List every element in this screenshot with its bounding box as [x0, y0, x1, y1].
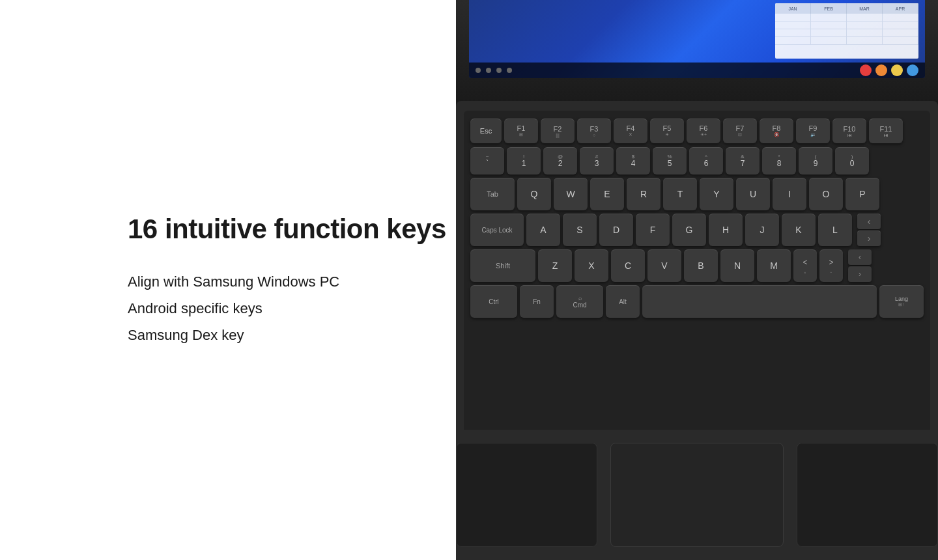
right-panel: JAN FEB MAR APR	[456, 0, 938, 560]
key-q[interactable]: Q	[517, 178, 551, 210]
key-arrow-up[interactable]: ‹	[857, 214, 881, 229]
key-f7[interactable]: F7 ⊡	[723, 119, 757, 143]
cmd-symbol: ⌕	[578, 295, 582, 301]
key-r[interactable]: R	[627, 178, 661, 210]
key-0[interactable]: ) 0	[835, 147, 869, 175]
key-3[interactable]: # 3	[580, 147, 614, 175]
key-d[interactable]: D	[599, 214, 633, 246]
app-icon-orange	[875, 64, 887, 76]
key-f11[interactable]: F11 ⏭	[869, 119, 903, 143]
key-f6[interactable]: F6 ☀+	[687, 119, 720, 143]
key-tilde[interactable]: ~ `	[470, 147, 504, 175]
key-t[interactable]: T	[663, 178, 697, 210]
key-lang[interactable]: Lang ⊞↑	[879, 285, 924, 318]
key-p[interactable]: P	[846, 178, 879, 210]
key-fn-bottom[interactable]: Fn	[520, 285, 554, 318]
key-b[interactable]: B	[684, 249, 718, 282]
key-7[interactable]: & 7	[726, 147, 760, 175]
f6-sub: ☀+	[700, 132, 707, 137]
key-caps-lock[interactable]: Caps Lock	[470, 214, 524, 246]
key-shift[interactable]: Shift	[470, 249, 535, 282]
key-s[interactable]: S	[563, 214, 597, 246]
key-l[interactable]: L	[818, 214, 852, 246]
key-cmd[interactable]: ⌕ Cmd	[556, 285, 603, 318]
f8-sub: 🔇	[774, 132, 780, 137]
spreadsheet-overlay: JAN FEB MAR APR	[775, 3, 918, 59]
spreadsheet-row-4	[775, 37, 918, 45]
key-x[interactable]: X	[575, 249, 608, 282]
qwerty-row: Tab Q W E R T Y U I O P	[470, 178, 924, 210]
key-arrow-left[interactable]: ‹	[848, 249, 872, 265]
taskbar-dot-1	[476, 68, 481, 73]
key-f3[interactable]: F3 ○	[577, 119, 611, 143]
key-g[interactable]: G	[672, 214, 706, 246]
key-comma[interactable]: < ,	[793, 249, 817, 282]
touchpad-right-zone[interactable]	[797, 443, 938, 547]
key-f8[interactable]: F8 🔇	[760, 119, 793, 143]
key-c[interactable]: C	[611, 249, 645, 282]
key-a[interactable]: A	[526, 214, 560, 246]
spreadsheet-row-1	[775, 14, 918, 21]
feature-list: Align with Samsung Windows PC Android sp…	[128, 271, 456, 346]
key-u[interactable]: U	[736, 178, 770, 210]
spreadsheet-row-3	[775, 29, 918, 37]
f2-label: F2	[554, 125, 562, 133]
key-y[interactable]: Y	[700, 178, 733, 210]
key-o[interactable]: O	[809, 178, 843, 210]
bottom-row: Ctrl Fn ⌕ Cmd Alt Lang ⊞↑	[470, 285, 924, 318]
key-k[interactable]: K	[782, 214, 816, 246]
key-arrow-right[interactable]: ›	[848, 266, 872, 282]
f2-sub: |||	[556, 133, 559, 137]
key-f5[interactable]: F5 ☀	[650, 119, 684, 143]
key-8[interactable]: * 8	[762, 147, 796, 175]
key-1[interactable]: ! 1	[507, 147, 541, 175]
key-ctrl[interactable]: Ctrl	[470, 285, 517, 318]
key-esc[interactable]: Esc	[470, 119, 502, 143]
key-i[interactable]: I	[773, 178, 806, 210]
taskbar-right	[860, 64, 918, 76]
key-f[interactable]: F	[636, 214, 670, 246]
lang-sub: ⊞↑	[898, 302, 905, 307]
key-arrow-down[interactable]: ›	[857, 231, 881, 246]
f10-label: F10	[844, 125, 856, 133]
screen-content: JAN FEB MAR APR	[469, 0, 925, 78]
key-f4[interactable]: F4 ✕	[614, 119, 647, 143]
key-j[interactable]: J	[745, 214, 779, 246]
key-alt[interactable]: Alt	[606, 285, 640, 318]
col-apr: APR	[883, 3, 918, 14]
key-m[interactable]: M	[757, 249, 791, 282]
taskbar-dot-2	[486, 68, 491, 73]
touchpad-main[interactable]	[610, 443, 784, 547]
key-f9[interactable]: F9 🔉	[796, 119, 830, 143]
f11-label: F11	[880, 125, 892, 133]
key-f1[interactable]: F1 ⊞	[504, 119, 538, 143]
feature-item-3: Samsung Dex key	[128, 324, 456, 346]
f9-sub: 🔉	[810, 132, 816, 137]
f4-sub: ✕	[629, 132, 632, 137]
taskbar-dot-3	[496, 68, 502, 73]
f5-label: F5	[663, 124, 672, 132]
f5-sub: ☀	[665, 132, 669, 137]
key-w[interactable]: W	[554, 178, 588, 210]
key-space[interactable]	[642, 285, 877, 318]
key-2[interactable]: @ 2	[543, 147, 577, 175]
key-tab[interactable]: Tab	[470, 178, 515, 210]
key-e[interactable]: E	[590, 178, 624, 210]
key-6[interactable]: ^ 6	[689, 147, 723, 175]
key-z[interactable]: Z	[538, 249, 572, 282]
key-f10[interactable]: F10 ⏮	[832, 119, 866, 143]
key-9[interactable]: ( 9	[799, 147, 832, 175]
touchpad-left-zone[interactable]	[456, 443, 597, 547]
f11-sub: ⏭	[884, 133, 888, 137]
key-5[interactable]: % 5	[653, 147, 687, 175]
key-4[interactable]: $ 4	[616, 147, 650, 175]
f10-sub: ⏮	[847, 133, 852, 137]
key-h[interactable]: H	[709, 214, 743, 246]
fn-row: Esc F1 ⊞ F2 ||| F3 ○ F4 ✕	[470, 119, 924, 143]
f4-label: F4	[627, 124, 635, 132]
key-f2[interactable]: F2 |||	[541, 119, 575, 143]
asdf-row: Caps Lock A S D F G H J K L ‹ ›	[470, 214, 924, 246]
key-v[interactable]: V	[647, 249, 681, 282]
key-period[interactable]: > .	[819, 249, 843, 282]
key-n[interactable]: N	[720, 249, 754, 282]
